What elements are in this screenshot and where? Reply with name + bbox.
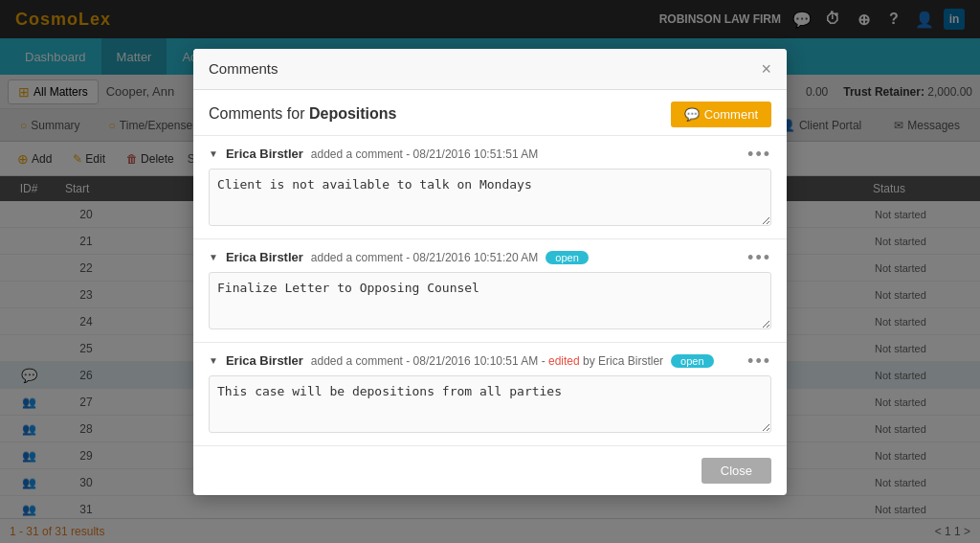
comment-edited-label: edited	[548, 354, 580, 368]
comment-meta: ▼ Erica Birstler added a comment - 08/21…	[209, 352, 771, 370]
overlay: Comments × Comments for Depositions 💬 Co…	[0, 0, 980, 543]
modal-top-bar: Comments for Depositions 💬 Comment	[193, 90, 787, 135]
comment-more-button[interactable]: •••	[747, 146, 771, 163]
comment-block: ▼ Erica Birstler added a comment - 08/21…	[193, 342, 787, 445]
modal-close-button[interactable]: ×	[761, 60, 771, 78]
modal-body: Comments for Depositions 💬 Comment ▼ Eri…	[193, 90, 787, 445]
comments-modal: Comments × Comments for Depositions 💬 Co…	[193, 49, 787, 495]
comments-container: ▼ Erica Birstler added a comment - 08/21…	[193, 135, 787, 445]
comment-arrow-icon: ▼	[209, 148, 218, 159]
add-comment-button[interactable]: 💬 Comment	[671, 102, 771, 127]
comment-block: ▼ Erica Birstler added a comment - 08/21…	[193, 135, 787, 238]
comment-author: Erica Birstler	[226, 250, 303, 264]
modal-subtitle: Comments for Depositions	[209, 105, 396, 123]
comment-author: Erica Birstler	[226, 353, 303, 368]
comment-arrow-icon: ▼	[209, 252, 218, 262]
comment-text[interactable]: Finalize Letter to Opposing Counsel	[209, 272, 771, 329]
comment-more-button[interactable]: •••	[747, 249, 771, 266]
comment-more-button[interactable]: •••	[747, 352, 771, 370]
comment-text[interactable]: Client is not available to talk on Monda…	[209, 169, 771, 226]
comment-badge: open	[671, 354, 713, 368]
modal-close-footer-button[interactable]: Close	[702, 458, 771, 484]
comment-btn-label: Comment	[704, 107, 758, 122]
comment-text[interactable]: This case will be depositions from all p…	[209, 375, 771, 433]
comment-btn-icon: 💬	[684, 107, 700, 122]
comment-arrow-icon: ▼	[209, 355, 218, 366]
comment-meta: ▼ Erica Birstler added a comment - 08/21…	[209, 146, 771, 163]
comment-action: added a comment - 08/21/2016 10:51:20 AM	[311, 251, 539, 264]
modal-title: Comments	[209, 60, 278, 77]
comment-author: Erica Birstler	[226, 147, 303, 161]
modal-subject: Depositions	[309, 105, 397, 122]
comment-badge: open	[546, 251, 588, 264]
modal-header: Comments ×	[193, 49, 787, 90]
comment-block: ▼ Erica Birstler added a comment - 08/21…	[193, 238, 787, 342]
comment-action: added a comment - 08/21/2016 10:51:51 AM	[311, 147, 539, 161]
comment-meta: ▼ Erica Birstler added a comment - 08/21…	[209, 249, 771, 266]
comment-action: added a comment - 08/21/2016 10:10:51 AM…	[311, 354, 663, 368]
modal-footer: Close	[193, 445, 787, 495]
